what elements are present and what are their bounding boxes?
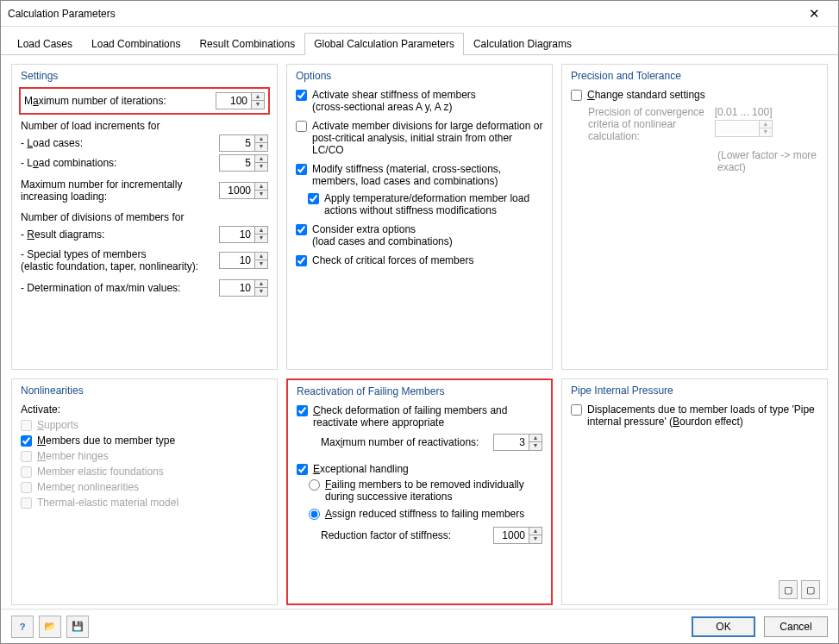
spinner-special[interactable]: ▲▼ (219, 252, 268, 269)
spinner-reduction[interactable]: ▲▼ (493, 527, 542, 544)
tab-global-calc-params[interactable]: Global Calculation Parameters (304, 33, 464, 55)
folder-icon: 📂 (44, 621, 56, 632)
label-supports: Supports (37, 419, 78, 431)
label-range: [0.01 ... 100] (715, 106, 818, 118)
help-icon: ? (20, 622, 26, 632)
input-load-cases[interactable] (220, 137, 254, 149)
label-shear: Activate shear stiffness of members(cros… (312, 89, 476, 113)
group-title-reactivation: Reactivation of Failing Members (297, 385, 542, 397)
footer: ? 📂 💾 OK Cancel (1, 609, 838, 643)
group-title-options: Options (296, 70, 543, 82)
chk-exceptional[interactable] (297, 464, 308, 475)
label-thermal: Thermal-elastic material model (37, 497, 178, 509)
group-settings: Settings Maximum number of iterations: ▲… (11, 64, 278, 370)
tab-load-combinations[interactable]: Load Combinations (82, 33, 190, 55)
label-check-deform: Check deformation of failing members and… (313, 404, 542, 428)
ok-button[interactable]: OK (692, 616, 755, 637)
input-precision (716, 122, 759, 134)
chk-modify[interactable] (296, 164, 307, 175)
window-title: Calculation Parameters (8, 8, 116, 20)
up-icon[interactable]: ▲ (252, 93, 264, 101)
spinner-max-react[interactable]: ▲▼ (493, 434, 542, 451)
label-radio-remove: Failing members to be removed individual… (325, 478, 542, 503)
group-options: Options Activate shear stiffness of memb… (286, 64, 553, 370)
group-title-precision: Precision and Tolerance (571, 70, 818, 82)
chk-shear[interactable] (296, 90, 307, 101)
save-icon: 💾 (72, 621, 84, 632)
chk-change-settings[interactable] (571, 90, 582, 101)
input-max-react[interactable] (494, 436, 529, 448)
label-det: - Determination of max/min values: (21, 282, 219, 294)
open-button[interactable]: 📂 (39, 616, 61, 638)
input-det[interactable] (220, 282, 254, 294)
spinner-result-diag[interactable]: ▲▼ (219, 226, 268, 243)
chk-critical[interactable] (296, 255, 307, 266)
label-divisions-header: Number of divisions of members for (21, 211, 268, 223)
input-max-incr[interactable] (220, 184, 254, 197)
label-change-settings: Change standard settings (587, 89, 705, 101)
input-special[interactable] (220, 254, 254, 266)
spinner-precision: ▲▼ (715, 120, 773, 137)
tabstrip: Load Cases Load Combinations Result Comb… (1, 32, 838, 55)
label-max-incr: Maximum number for incrementallyincreasi… (21, 178, 219, 203)
label-member-type: Members due to member type (37, 435, 175, 447)
chk-divisions[interactable] (296, 121, 307, 132)
chk-temperature[interactable] (308, 193, 319, 204)
tab-calc-diagrams[interactable]: Calculation Diagrams (464, 33, 581, 55)
chk-supports (21, 420, 32, 431)
label-load-combinations: - Load combinations: (21, 157, 219, 169)
spinner-max-iter[interactable]: ▲▼ (216, 92, 265, 109)
input-reduction[interactable] (494, 529, 529, 541)
label-divisions: Activate member divisions for large defo… (312, 120, 543, 156)
page-icon: ▢ (784, 585, 792, 596)
chk-member-type[interactable] (21, 435, 32, 447)
label-increments-header: Number of load increments for (21, 120, 268, 132)
label-max-iter: Maximum number of iterations: (24, 95, 216, 107)
group-precision: Precision and Tolerance Change standard … (561, 64, 828, 370)
radio-assign[interactable] (309, 509, 320, 520)
mini-btn-2[interactable]: ▢ (801, 580, 820, 599)
spinner-load-combinations[interactable]: ▲▼ (219, 154, 268, 172)
group-pipe: Pipe Internal Pressure Displacements due… (561, 378, 828, 605)
input-max-iter[interactable] (216, 95, 251, 107)
input-result-diag[interactable] (220, 228, 254, 241)
cancel-button[interactable]: Cancel (764, 616, 828, 637)
label-special: - Special types of members (elastic foun… (21, 248, 219, 272)
input-load-combinations[interactable] (220, 157, 254, 169)
spinner-det[interactable]: ▲▼ (219, 279, 268, 297)
chk-member-nonlin (21, 482, 32, 493)
down-icon[interactable]: ▼ (252, 101, 264, 109)
label-radio-assign: Assign reduced stiffness to failing memb… (325, 508, 524, 520)
chk-elastic-found (21, 466, 32, 478)
group-title-settings: Settings (21, 70, 268, 82)
label-exceptional: Exceptional handling (313, 463, 409, 475)
highlight-max-iterations: Maximum number of iterations: ▲▼ (19, 87, 270, 115)
tab-result-combinations[interactable]: Result Combinations (190, 33, 304, 55)
chk-pipe[interactable] (571, 404, 582, 416)
chk-thermal (21, 497, 32, 509)
label-lower-note: (Lower factor -> more exact) (571, 149, 818, 173)
tab-load-cases[interactable]: Load Cases (8, 33, 82, 55)
group-title-pipe: Pipe Internal Pressure (571, 385, 818, 397)
label-result-diag: - Result diagrams: (21, 228, 219, 241)
label-reduction: Reduction factor of stiffness: (321, 529, 493, 541)
group-title-nonlinear: Nonlinearities (21, 385, 268, 397)
spinner-load-cases[interactable]: ▲▼ (219, 134, 268, 152)
radio-remove[interactable] (309, 479, 320, 491)
label-temperature: Apply temperature/deformation member loa… (324, 192, 543, 216)
chk-extra[interactable] (296, 224, 307, 235)
help-button[interactable]: ? (11, 616, 34, 638)
label-pipe: Displacements due to member loads of typ… (587, 403, 818, 428)
label-critical: Check of critical forces of members (312, 254, 473, 266)
label-modify: Modify stiffness (material, cross-sectio… (312, 163, 543, 187)
spinner-max-incr[interactable]: ▲▼ (219, 182, 268, 199)
save-button[interactable]: 💾 (66, 616, 89, 638)
chk-member-hinges (21, 451, 32, 462)
label-activate: Activate: (21, 403, 268, 416)
label-member-nonlin: Member nonlinearities (37, 481, 139, 493)
titlebar: Calculation Parameters ✕ (1, 1, 838, 27)
close-button[interactable]: ✕ (797, 3, 831, 25)
label-elastic-found: Member elastic foundations (37, 466, 164, 478)
chk-check-deform[interactable] (297, 405, 308, 416)
mini-btn-1[interactable]: ▢ (779, 580, 798, 599)
